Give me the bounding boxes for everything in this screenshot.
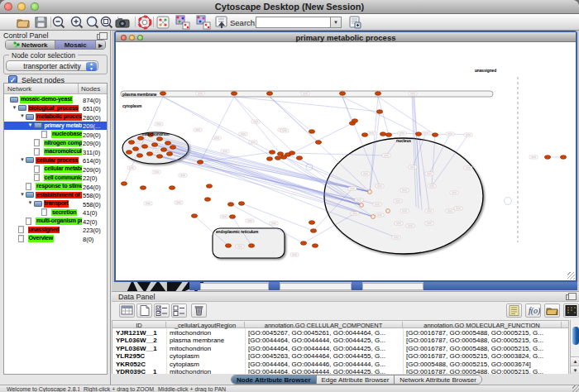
tree-row[interactable]: ▼biological_process651(0) (4, 104, 107, 113)
graph-node[interactable] (339, 92, 345, 96)
graph-node[interactable] (126, 151, 132, 155)
node-color-dropdown[interactable]: transporter activity▲▼ (6, 60, 98, 71)
graph-node[interactable] (160, 148, 166, 152)
graph-edge[interactable] (378, 97, 435, 135)
graph-node[interactable] (170, 146, 175, 150)
graph-hub-node[interactable] (368, 190, 372, 194)
search-input[interactable]: ▼ (256, 17, 342, 28)
background-windows-strip[interactable] (112, 282, 579, 291)
table-cell[interactable]: YJR121W__1 (116, 329, 165, 337)
background-window-titlebar[interactable] (189, 282, 200, 290)
nucleus-region[interactable] (324, 138, 483, 254)
zoom-selected-icon[interactable] (99, 15, 114, 30)
graph-node[interactable] (352, 119, 357, 123)
background-window-titlebar[interactable] (269, 282, 280, 290)
tree-row-label[interactable]: response to stimulu (36, 183, 82, 190)
background-window-titlebar[interactable] (423, 282, 577, 290)
graph-node[interactable] (300, 241, 306, 246)
network-overlay-2-icon[interactable] (196, 15, 211, 30)
tree-row[interactable]: cellular metabol209(0) (4, 165, 107, 174)
graph-edge[interactable] (342, 97, 419, 134)
zoom-out-icon[interactable] (51, 15, 66, 30)
search-dropdown-arrow[interactable]: ▼ (330, 17, 341, 27)
graph-node[interactable] (312, 244, 318, 248)
table-cell[interactable]: mitochondrion (170, 329, 243, 337)
graph-node[interactable] (225, 244, 231, 248)
tree-row[interactable]: response to stimulu264(0) (4, 182, 107, 191)
tree-row[interactable]: ▼primary metab209(... (4, 122, 107, 131)
graph-edge[interactable] (242, 203, 313, 231)
scrollbar-thumb[interactable] (572, 327, 579, 345)
graph-hub-node[interactable] (386, 209, 390, 213)
import-attributes-icon[interactable] (544, 304, 560, 318)
tree-row[interactable]: macromolecule311(0) (4, 147, 107, 156)
background-window-preview[interactable] (280, 283, 352, 290)
save-icon[interactable] (34, 15, 49, 30)
network-view-window[interactable]: primary metabolic process plasma membran… (114, 31, 577, 282)
graph-node[interactable] (275, 156, 280, 160)
table-column-header[interactable]: annotation.GO MOLECULAR_FUNCTION (403, 322, 562, 328)
tree-row-label[interactable]: cellular metabol (44, 165, 83, 173)
graph-node[interactable] (136, 154, 142, 158)
graph-node[interactable] (160, 92, 165, 96)
tree-row-label[interactable]: establishment of lo (36, 192, 82, 199)
new-attribute-icon[interactable] (136, 304, 152, 318)
graph-node[interactable] (376, 110, 382, 114)
graph-node[interactable] (309, 130, 314, 134)
graph-node[interactable] (151, 143, 157, 147)
graph-node[interactable] (206, 184, 212, 189)
function-builder-icon[interactable]: f(o) (525, 304, 541, 318)
data-panel-scrollbar[interactable]: ▲ ▼ (570, 320, 579, 375)
tree-row[interactable]: nitrogen compo209(0) (4, 139, 107, 148)
table-row[interactable]: YJR121W__1mitochondrion[GO:0045267, GO:0… (112, 328, 568, 337)
zoom-fit-icon[interactable] (85, 15, 100, 30)
table-cell[interactable]: [GO:0016787, GO:0005488, GO:0005215, G..… (406, 337, 560, 344)
graph-node[interactable] (128, 141, 134, 145)
help-icon[interactable] (137, 15, 152, 30)
graph-node[interactable] (169, 186, 175, 190)
tree-row[interactable]: ▼metabolic process280(0) (4, 112, 107, 122)
table-cell[interactable]: [GO:0044464, GO:0044444, GO:0044425, G..… (248, 337, 401, 344)
tree-row[interactable]: mosaic-demo-yeast874(0) (4, 95, 107, 104)
table-cell[interactable]: [GO:0016787, GO:0005488, GO:0005215, G..… (406, 345, 560, 352)
graph-node[interactable] (165, 141, 170, 146)
graph-node[interactable] (266, 157, 272, 161)
zoom-in-icon[interactable] (69, 15, 84, 30)
attribute-table-header[interactable]: ID_cellularLayoutRegionannotation.GO CEL… (112, 321, 568, 328)
network-tree-header[interactable]: Network Nodes (4, 84, 107, 94)
graph-node[interactable] (140, 186, 146, 190)
scroll-up-arrow[interactable]: ▲ (571, 356, 579, 366)
background-window-titlebar[interactable] (352, 282, 362, 290)
graph-node[interactable] (238, 202, 244, 206)
delete-attribute-icon[interactable] (191, 304, 207, 318)
table-row[interactable]: YLR295Ccytoplasm[GO:0045263, GO:0044464,… (112, 352, 568, 361)
graph-node[interactable] (132, 147, 138, 151)
table-cell[interactable]: YKR052C (116, 361, 165, 368)
graph-hub-node[interactable] (371, 215, 376, 219)
table-cell[interactable]: plasma membrane (170, 337, 243, 344)
graph-node[interactable] (191, 214, 197, 218)
table-cell[interactable]: [GO:0016787, GO:0005215, GO:0003824, G..… (406, 352, 560, 360)
graph-node[interactable] (361, 133, 367, 137)
tree-row[interactable]: ▼transport558(0) (4, 199, 107, 208)
tree-row[interactable]: cell communicat22(0) (4, 174, 107, 183)
window-resize-grip[interactable] (572, 385, 579, 392)
graph-node[interactable] (315, 141, 321, 145)
tree-row-label[interactable]: nucleobase- (51, 131, 82, 138)
graph-node[interactable] (156, 155, 162, 159)
table-cell[interactable]: cytoplasm (170, 361, 243, 368)
table-cell[interactable]: cytoplasm (170, 352, 243, 360)
attribute-list-icon[interactable] (506, 304, 522, 318)
graph-node[interactable] (310, 229, 316, 233)
graph-node[interactable] (137, 136, 143, 141)
graph-node[interactable] (269, 151, 275, 155)
table-cell[interactable]: [GO:0045263, GO:0044464, GO:0044455, G..… (248, 352, 401, 360)
tree-row-label[interactable]: transport (44, 200, 69, 208)
table-cell[interactable]: YLR295C (116, 352, 165, 360)
tree-row-label[interactable]: nitrogen compo (44, 140, 83, 147)
graph-node[interactable] (380, 132, 385, 136)
tab-mosaic[interactable]: Mosaic (55, 41, 96, 49)
graph-node[interactable] (227, 203, 233, 207)
tab-edge-attribute-browser[interactable]: Edge Attribute Browser (317, 375, 395, 384)
tree-row-label[interactable]: multi-organism pro (36, 218, 82, 225)
